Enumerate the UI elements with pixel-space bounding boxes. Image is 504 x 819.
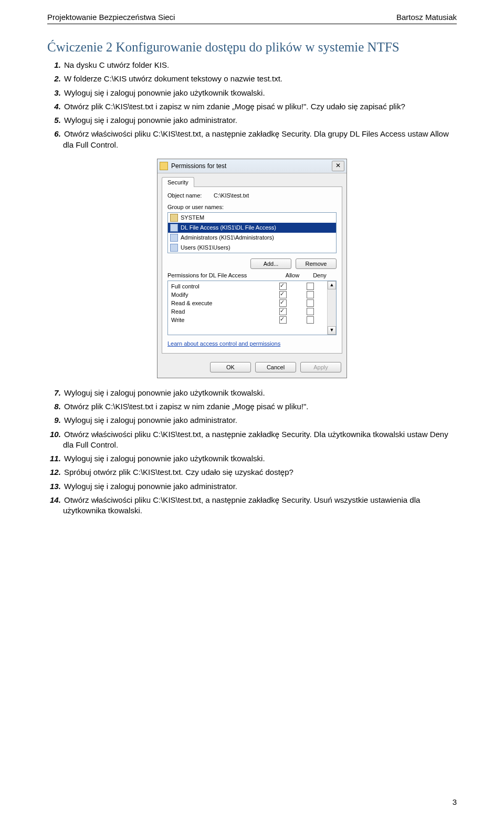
permission-name: Write: [171, 317, 269, 323]
dialog-footer: OK Cancel Apply: [158, 358, 346, 378]
step-item: Na dysku C utwórz folder KIS.: [63, 60, 457, 70]
permission-row: Modify: [169, 291, 326, 299]
step-text: Wyloguj się i zaloguj ponownie jako użyt…: [63, 454, 265, 463]
permissions-dialog: Permissions for test ✕ Security Object n…: [157, 159, 347, 378]
permissions-scrollbar[interactable]: ▲ ▼: [327, 281, 336, 335]
step-text: Wyloguj się i zaloguj ponownie jako admi…: [63, 416, 237, 424]
permission-name: Modify: [171, 292, 269, 298]
step-item: Wyloguj się i zaloguj ponownie jako użyt…: [63, 453, 457, 464]
step-item: Otwórz plik C:\KIS\test.txt i zapisz w n…: [63, 101, 457, 112]
step-text: Otwórz właściwości pliku C:\KIS\test.txt…: [63, 495, 420, 515]
steps-list-top: Na dysku C utwórz folder KIS. W folderze…: [47, 60, 457, 150]
step-item: Otwórz właściwości pliku C:\KIS\test.txt…: [63, 429, 457, 451]
principal-name: SYSTEM: [181, 214, 204, 221]
permission-name: Full control: [171, 283, 269, 289]
deny-header: Deny: [306, 272, 333, 278]
permission-name: Read & execute: [171, 300, 269, 306]
ok-button[interactable]: OK: [210, 362, 251, 372]
lock-icon: [160, 162, 168, 170]
permissions-for-label: Permissions for DL File Access: [167, 272, 279, 278]
step-item: Wyloguj się i zaloguj ponownie jako admi…: [63, 415, 457, 426]
header-right: Bartosz Matusiak: [396, 13, 457, 22]
step-item: Wyloguj się i zaloguj ponownie jako użyt…: [63, 388, 457, 398]
header-left: Projektowanie Bezpieczeństwa Sieci: [47, 13, 175, 22]
header-rule: [47, 24, 457, 24]
list-item[interactable]: Administrators (KIS1\Administrators): [168, 233, 336, 243]
list-item[interactable]: SYSTEM: [168, 213, 336, 223]
step-text: Wyloguj się i zaloguj ponownie jako użyt…: [63, 388, 265, 397]
deny-checkbox[interactable]: [307, 308, 314, 315]
allow-checkbox[interactable]: [279, 299, 287, 307]
permission-row: Write: [169, 316, 326, 324]
exercise-title: Ćwiczenie 2 Konfigurowanie dostępu do pl…: [47, 40, 457, 55]
deny-checkbox[interactable]: [307, 299, 314, 307]
step-item: W folderze C:\KIS utwórz dokument teksto…: [63, 74, 457, 84]
step-text: Otwórz właściwości pliku C:\KIS\test.txt…: [63, 430, 448, 449]
step-item: Otwórz właściwości pliku C:\KIS\test.txt…: [63, 129, 457, 150]
step-text: Otwórz plik C:\KIS\test.txt i zapisz w n…: [63, 102, 405, 111]
group-icon: [170, 224, 178, 232]
object-name-value: C:\KIS\test.txt: [214, 192, 249, 199]
list-item[interactable]: Users (KIS1\Users): [168, 243, 336, 253]
deny-checkbox[interactable]: [307, 291, 314, 298]
allow-checkbox[interactable]: [279, 283, 287, 290]
permission-row: Full control: [169, 282, 326, 291]
principal-name: DL File Access (KIS1\DL File Access): [181, 224, 276, 231]
principals-listbox[interactable]: SYSTEM DL File Access (KIS1\DL File Acce…: [167, 212, 337, 253]
permission-row: Read & execute: [169, 299, 326, 307]
steps-list-bottom: Wyloguj się i zaloguj ponownie jako użyt…: [47, 388, 457, 516]
step-text: Na dysku C utwórz folder KIS.: [63, 60, 169, 69]
security-tab-body: Object name: C:\KIS\test.txt Group or us…: [162, 186, 342, 354]
permission-row: Read: [169, 307, 326, 316]
step-text: Otwórz plik C:\KIS\test.txt i zapisz w n…: [63, 402, 308, 411]
apply-button[interactable]: Apply: [300, 362, 341, 372]
step-item: Spróbuj otwórz plik C:\KIS\test.txt. Czy…: [63, 467, 457, 478]
allow-checkbox[interactable]: [279, 308, 287, 315]
group-icon: [170, 234, 178, 242]
scroll-up-icon[interactable]: ▲: [328, 281, 336, 289]
deny-checkbox[interactable]: [307, 316, 314, 324]
principal-name: Administrators (KIS1\Administrators): [181, 234, 274, 241]
list-item[interactable]: DL File Access (KIS1\DL File Access): [168, 223, 336, 233]
principal-buttons: Add... Remove: [167, 258, 337, 269]
add-button[interactable]: Add...: [250, 258, 291, 269]
allow-checkbox[interactable]: [279, 316, 287, 324]
step-text: W folderze C:\KIS utwórz dokument teksto…: [63, 74, 282, 83]
object-name-label: Object name:: [167, 192, 209, 199]
dialog-titlebar[interactable]: Permissions for test ✕: [158, 159, 346, 173]
permissions-table: Full control Modify Read & execute: [167, 281, 337, 335]
allow-checkbox[interactable]: [279, 291, 287, 298]
step-text: Spróbuj otwórz plik C:\KIS\test.txt. Czy…: [63, 468, 293, 476]
step-text: Otwórz właściwości pliku C:\KIS\test.txt…: [63, 129, 449, 149]
cancel-button[interactable]: Cancel: [255, 362, 296, 372]
principal-name: Users (KIS1\Users): [181, 244, 230, 251]
page-number: 3: [453, 797, 457, 806]
scroll-down-icon[interactable]: ▼: [328, 326, 336, 335]
step-text: Wyloguj się i zaloguj ponownie jako admi…: [63, 482, 237, 491]
permission-name: Read: [171, 308, 269, 315]
step-text: Wyloguj się i zaloguj ponownie jako admi…: [63, 116, 237, 125]
step-text: Wyloguj się i zaloguj ponownie jako użyt…: [63, 88, 265, 97]
allow-header: Allow: [279, 272, 306, 278]
dialog-title: Permissions for test: [171, 162, 332, 170]
remove-button[interactable]: Remove: [296, 258, 337, 269]
user-icon: [170, 214, 178, 222]
step-item: Wyloguj się i zaloguj ponownie jako użyt…: [63, 88, 457, 98]
close-button[interactable]: ✕: [332, 161, 344, 171]
learn-link[interactable]: Learn about access control and permissio…: [167, 340, 337, 347]
deny-checkbox[interactable]: [307, 283, 314, 290]
step-item: Otwórz właściwości pliku C:\KIS\test.txt…: [63, 495, 457, 516]
page-header: Projektowanie Bezpieczeństwa Sieci Barto…: [47, 13, 457, 22]
step-item: Wyloguj się i zaloguj ponownie jako admi…: [63, 481, 457, 492]
group-icon: [170, 244, 178, 252]
page: Projektowanie Bezpieczeństwa Sieci Barto…: [0, 0, 504, 819]
tab-security[interactable]: Security: [162, 177, 194, 187]
object-name-row: Object name: C:\KIS\test.txt: [167, 192, 337, 199]
permissions-header: Permissions for DL File Access Allow Den…: [167, 272, 337, 281]
step-item: Wyloguj się i zaloguj ponownie jako admi…: [63, 115, 457, 126]
group-or-user-label: Group or user names:: [167, 204, 337, 210]
step-item: Otwórz plik C:\KIS\test.txt i zapisz w n…: [63, 401, 457, 412]
tab-strip: Security: [158, 173, 346, 186]
